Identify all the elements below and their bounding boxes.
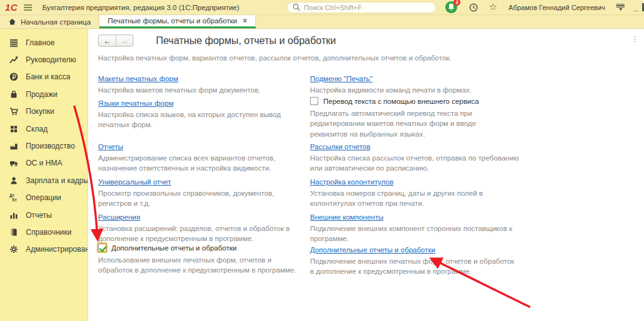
close-tab-icon[interactable]: × <box>243 16 247 25</box>
setting-description: Предлагать автоматический перевод текста… <box>310 108 502 139</box>
tab-print-forms[interactable]: Печатные формы, отчеты и обработки × <box>99 15 256 28</box>
setting-description: Настройка списка рассылок отчетов, отпра… <box>310 153 519 174</box>
service-menu-icon[interactable] <box>616 4 625 11</box>
chart-trend-icon <box>9 55 19 64</box>
sidebar-item-glavnoe[interactable]: Главное <box>0 34 87 51</box>
1c-logo: 1С <box>5 3 18 12</box>
factory-icon <box>9 142 19 150</box>
gear-icon <box>9 245 19 254</box>
setting-description: Использование внешних печатных форм, отч… <box>98 255 301 276</box>
sidebar-item-operacii[interactable]: ДтКт Операции <box>0 189 87 206</box>
setting-description: Настройка видимости команд печати в форм… <box>310 85 519 95</box>
setting-item: Дополнительные отчеты и обработки Исполь… <box>98 244 301 277</box>
grid-squares-icon <box>9 125 19 133</box>
link-otchety[interactable]: Отчеты <box>98 143 123 150</box>
setting-item: Языки печатных форм Настройка списка язы… <box>98 97 301 140</box>
forward-button[interactable]: → <box>116 35 133 46</box>
user-name[interactable]: Абрамов Геннадий Сергеевич <box>509 4 606 11</box>
checkbox-icon[interactable] <box>310 97 318 105</box>
checkbox-icon[interactable] <box>98 244 106 252</box>
setting-item: Дополнительные отчеты и обработки Подклю… <box>310 244 519 277</box>
sidebar-item-sklad[interactable]: Склад <box>0 120 87 137</box>
link-yazyki-pechatnykh-form[interactable]: Языки печатных форм <box>98 99 174 107</box>
checkbox-perevod-teksta[interactable]: Перевод текста с помощью внешнего сервис… <box>310 97 519 105</box>
notification-badge: 2 <box>453 0 460 6</box>
top-bar: 1С Бухгалтерия предприятия, редакция 3.0… <box>0 0 644 15</box>
sidebar-item-rukovoditelyu[interactable]: Руководителю <box>0 51 87 68</box>
person-icon <box>9 176 19 185</box>
link-dopolnitelnye-otchety-i-obrabotki[interactable]: Дополнительные отчеты и обработки <box>310 246 435 254</box>
checkbox-label[interactable]: Перевод текста с помощью внешнего сервис… <box>323 98 479 105</box>
search-input[interactable] <box>304 4 431 11</box>
sidebar-item-spravochniki[interactable]: Справочники <box>0 223 87 240</box>
navigation-buttons: ← → <box>98 35 133 47</box>
sidebar-item-otchety[interactable]: Отчеты <box>0 206 87 223</box>
global-search[interactable] <box>287 2 436 13</box>
setting-description: Установка расширений: разделов, отчетов … <box>98 223 301 244</box>
back-button[interactable]: ← <box>99 35 116 46</box>
setting-description: Настройка макетов печатных форм документ… <box>98 85 301 95</box>
link-vneshnie-komponenty[interactable]: Внешние компоненты <box>310 213 384 221</box>
setting-description: Администрирование списка всех вариантов … <box>98 153 301 174</box>
tab-bar: Начальная страница Печатные формы, отчет… <box>0 15 644 29</box>
favorites-button[interactable]: ☆ <box>489 3 497 12</box>
sidebar-item-os-i-nma[interactable]: ОС и НМА <box>0 155 87 172</box>
svg-text:Кт: Кт <box>13 198 18 203</box>
setting-item: Перевод текста с помощью внешнего сервис… <box>310 97 519 140</box>
home-icon <box>8 18 16 26</box>
checkbox-dopolnitelnye-otchety[interactable]: Дополнительные отчеты и обработки <box>98 244 301 252</box>
book-icon <box>9 228 19 237</box>
bag-icon <box>9 90 19 99</box>
setting-description: Установка номеров страниц, даты и других… <box>310 188 519 209</box>
link-rasshireniya[interactable]: Расширения <box>98 213 140 221</box>
sidebar-item-zarplata-i-kadry[interactable]: Зарплата и кадры <box>0 172 87 189</box>
setting-item: Подменю "Печать" Настройка видимости ком… <box>310 72 519 97</box>
link-universalnyi-otchet[interactable]: Универсальный отчет <box>98 178 171 186</box>
bar-chart-icon <box>9 211 19 220</box>
link-makety-pechatnykh-form[interactable]: Макеты печатных форм <box>98 75 178 82</box>
link-rassylki-otchetov[interactable]: Рассылки отчетов <box>310 143 370 150</box>
setting-item: Расширения Установка расширений: раздело… <box>98 211 301 244</box>
history-icon <box>469 3 479 13</box>
setting-item: Универсальный отчет Просмотр произвольны… <box>98 176 301 211</box>
notifications-button[interactable]: 2 <box>445 1 457 13</box>
checkbox-label[interactable]: Дополнительные отчеты и обработки <box>111 244 236 252</box>
star-icon: ☆ <box>489 3 497 12</box>
page-title: Печатные формы, отчеты и обработки <box>156 35 336 47</box>
setting-item: Макеты печатных форм Настройка макетов п… <box>98 72 301 97</box>
tab-home-page[interactable]: Начальная страница <box>0 15 99 28</box>
window-title: Бухгалтерия предприятия, редакция 3.0 (1… <box>42 4 239 11</box>
search-icon <box>292 3 301 11</box>
sidebar-item-bank-i-kassa[interactable]: Банк и касса <box>0 69 87 86</box>
minimize-button[interactable]: _ <box>633 3 638 12</box>
cart-icon <box>9 107 19 116</box>
link-podmenu-pechat[interactable]: Подменю "Печать" <box>310 75 372 82</box>
setting-description: Подключение внешних компонент сторонних … <box>310 223 519 244</box>
menu-lines-icon <box>9 38 19 47</box>
setting-item: Отчеты Администрирование списка всех вар… <box>98 140 301 176</box>
sidebar-item-proizvodstvo[interactable]: Производство <box>0 137 87 154</box>
main-menu-icon[interactable] <box>24 4 32 11</box>
1c-application-window: 1С Бухгалтерия предприятия, редакция 3.0… <box>0 0 644 321</box>
more-menu-icon[interactable]: ⋮ <box>631 37 639 42</box>
dt-kt-icon: ДтКт <box>9 193 19 202</box>
history-button[interactable] <box>469 3 479 13</box>
link-nastroika-kolontitulov[interactable]: Настройка колонтитулов <box>310 178 394 186</box>
setting-item: Настройка колонтитулов Установка номеров… <box>310 176 519 211</box>
sidebar-item-pokupki[interactable]: Покупки <box>0 103 87 120</box>
settings-grid: Макеты печатных форм Настройка макетов п… <box>98 72 644 277</box>
sidebar-item-administrirovanie[interactable]: Администрирование <box>0 241 87 258</box>
settings-page: ← → Печатные формы, отчеты и обработки ⋮… <box>88 29 644 321</box>
ruble-coin-icon <box>9 72 19 81</box>
setting-item: Рассылки отчетов Настройка списка рассыл… <box>310 140 519 176</box>
truck-icon <box>9 159 19 167</box>
sidebar-item-prodazhi[interactable]: Продажи <box>0 86 87 103</box>
tab-label: Печатные формы, отчеты и обработки <box>108 17 237 25</box>
page-subtitle: Настройка печатных форм, вариантов отчет… <box>98 54 644 62</box>
setting-description: Просмотр произвольных справочников, доку… <box>98 188 301 209</box>
setting-description: Настройка списка языков, на которых дост… <box>98 110 301 130</box>
setting-description: Подключение внешних печатных форм, отчет… <box>310 256 519 277</box>
tab-label: Начальная страница <box>21 18 91 26</box>
section-panel: Главное Руководителю Банк и касса Продаж… <box>0 29 88 321</box>
setting-item: Внешние компоненты Подключение внешних к… <box>310 211 519 244</box>
